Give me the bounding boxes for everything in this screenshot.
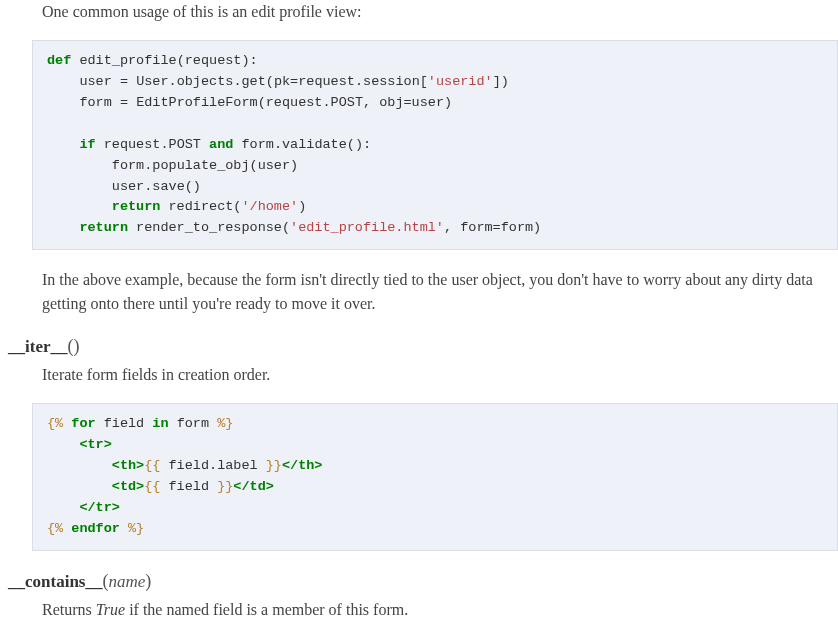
code-token: %} [128,521,144,536]
code-token: user [47,74,120,89]
doc-section: One common usage of this is an edit prof… [0,0,838,619]
method-contains-desc: Returns True if the named field is a mem… [42,598,838,619]
code-token: POST, obj [331,95,404,110]
method-name: __contains__ [8,572,102,591]
code-token: form [47,158,144,173]
code-token: . [355,74,363,89]
method-name: __iter__ [8,337,67,356]
code-token: <tr> [79,437,111,452]
code-token: '/home' [241,199,298,214]
code-token: return [79,220,128,235]
code-token: def [47,53,71,68]
code-token: {% [47,416,63,431]
code-token: for [63,416,95,431]
code-token: form [169,416,218,431]
code-token: = [120,95,128,110]
code-token: = [120,74,128,89]
code-token: redirect( [160,199,241,214]
code-token: }} [266,458,282,473]
method-iter-desc: Iterate form fields in creation order. [42,363,838,387]
code-token: EditProfileForm(request [128,95,322,110]
code-token: {% [47,521,63,536]
code-token [47,479,112,494]
code-token: {{ [144,479,160,494]
code-token: . [160,137,168,152]
code-token: </tr> [79,500,120,515]
code-token: validate(): [282,137,371,152]
code-token: ]) [493,74,509,89]
code-token: = [290,74,298,89]
code-token: field [96,416,153,431]
code-token [47,458,112,473]
method-paren-close: ) [145,571,151,591]
code-token: request [96,137,161,152]
code-token: {{ [144,458,160,473]
text-em: True [96,601,125,618]
code-token: session[ [363,74,428,89]
code-token: POST [169,137,210,152]
code-token: and [209,137,233,152]
code-token: user) [412,95,453,110]
intro-paragraph: One common usage of this is an edit prof… [42,0,838,24]
code-token: %} [217,416,233,431]
code-example-iter: {% for field in form %} <tr> <th>{{ fiel… [32,403,838,551]
code-token: if [79,137,95,152]
code-token: form [233,137,274,152]
method-iter: __iter__() [8,336,838,357]
text: if the named field is a member of this f… [125,601,408,618]
code-token: in [152,416,168,431]
code-token: field.label [160,458,265,473]
code-token: 'userid' [428,74,493,89]
explain-paragraph: In the above example, because the form i… [42,268,838,316]
code-token: form) [501,220,542,235]
code-token: <th> [112,458,144,473]
code-token [47,437,79,452]
code-token [47,500,79,515]
code-token: = [404,95,412,110]
code-token: edit_profile(request): [71,53,257,68]
code-token: render_to_response( [128,220,290,235]
code-token: User [128,74,169,89]
code-token: </td> [233,479,274,494]
code-token: save() [152,179,201,194]
code-token: </th> [282,458,323,473]
code-token: ) [298,199,306,214]
code-token: 'edit_profile.html' [290,220,444,235]
method-param: name [108,572,145,591]
code-token: = [493,220,501,235]
code-token: <td> [112,479,144,494]
code-token: endfor [63,521,128,536]
code-token: . [274,137,282,152]
code-token: . [322,95,330,110]
code-token: request [298,74,355,89]
method-contains: __contains__(name) [8,571,838,592]
code-token: , form [444,220,493,235]
text: Returns [42,601,96,618]
code-token: return [112,199,161,214]
code-token: get(pk [241,74,290,89]
code-token: user [47,179,144,194]
code-token: field [160,479,217,494]
code-token: . [169,74,177,89]
code-token: }} [217,479,233,494]
code-example-edit-profile: def edit_profile(request): user = User.o… [32,40,838,250]
method-parens: () [67,336,79,356]
code-token: objects [177,74,234,89]
code-token: form [47,95,120,110]
code-token: populate_obj(user) [152,158,298,173]
